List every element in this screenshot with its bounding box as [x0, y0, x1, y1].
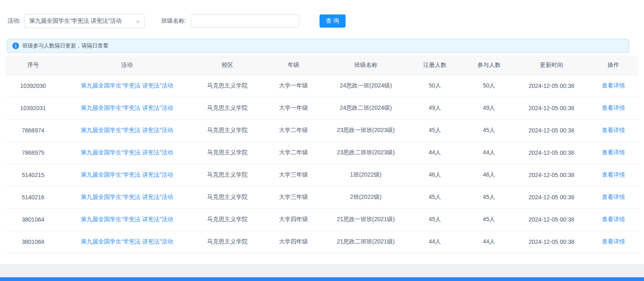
cell-actions: 查看详情 [589, 142, 638, 164]
header-campus: 校区 [193, 56, 261, 75]
cell-serial: 5140216 [6, 186, 60, 208]
cell-campus: 马克思主义学院 [193, 97, 261, 119]
cell-serial: 3801068 [6, 231, 60, 253]
info-alert: i 班级参与人数隔日更新，请隔日查看 [7, 39, 629, 53]
cell-actions: 查看详情 [589, 97, 638, 119]
header-actions: 操作 [589, 56, 638, 75]
cell-grade: 大学二年级 [261, 142, 326, 164]
cell-update-time: 2024-12-05 00:38 [514, 231, 589, 253]
class-name-label: 班级名称: [161, 17, 186, 25]
activity-label: 活动: [7, 17, 21, 25]
cell-registered-count: 45人 [406, 119, 464, 142]
cell-participant-count: 49人 [464, 97, 514, 119]
filter-bar: 活动: 第九届全国学生“学宪法 讲宪法”活动 ∨ 班级名称: 查 询 [0, 0, 644, 28]
cell-participant-count: 44人 [464, 231, 514, 253]
cell-registered-count: 45人 [406, 208, 464, 231]
activity-select-value: 第九届全国学生“学宪法 讲宪法”活动 [29, 17, 122, 25]
cell-registered-count: 45人 [406, 186, 464, 208]
cell-campus: 马克思主义学院 [193, 186, 261, 208]
activity-link[interactable]: 第九届全国学生“学宪法 讲宪法”活动 [81, 194, 173, 200]
activity-link[interactable]: 第九届全国学生“学宪法 讲宪法”活动 [81, 127, 173, 133]
activity-link[interactable]: 第九届全国学生“学宪法 讲宪法”活动 [81, 149, 173, 156]
cell-class-name: 23思政一班班(2023级) [326, 119, 406, 142]
cell-serial: 7868974 [6, 119, 60, 142]
header-grade: 年级 [261, 56, 326, 75]
cell-activity: 第九届全国学生“学宪法 讲宪法”活动 [60, 142, 193, 164]
view-details-link[interactable]: 查看详情 [602, 238, 625, 245]
activity-link[interactable]: 第九届全国学生“学宪法 讲宪法”活动 [81, 238, 173, 245]
cell-class-name: 21思政一班班(2021级) [326, 208, 406, 231]
table-header: 序号 活动 校区 年级 班级名称 注册人数 参与人数 更新时间 操作 [6, 56, 638, 75]
cell-serial: 3801064 [6, 208, 60, 231]
cell-campus: 马克思主义学院 [193, 231, 261, 253]
view-details-link[interactable]: 查看详情 [602, 82, 625, 89]
cell-grade: 大学四年级 [261, 208, 326, 231]
cell-activity: 第九届全国学生“学宪法 讲宪法”活动 [60, 119, 193, 142]
cell-registered-count: 44人 [406, 231, 464, 253]
cell-activity: 第九届全国学生“学宪法 讲宪法”活动 [60, 75, 193, 97]
activity-link[interactable]: 第九届全国学生“学宪法 讲宪法”活动 [81, 82, 173, 89]
cell-class-name: 24思政一班(2024级) [326, 75, 406, 97]
header-serial: 序号 [6, 56, 60, 75]
table-row: 3801064 第九届全国学生“学宪法 讲宪法”活动 马克思主义学院 大学四年级… [6, 208, 638, 231]
view-details-link[interactable]: 查看详情 [602, 149, 625, 156]
cell-campus: 马克思主义学院 [193, 119, 261, 142]
cell-grade: 大学三年级 [261, 164, 326, 186]
search-button[interactable]: 查 询 [320, 14, 346, 28]
cell-serial: 7868975 [6, 142, 60, 164]
cell-activity: 第九届全国学生“学宪法 讲宪法”活动 [60, 164, 193, 186]
cell-update-time: 2024-12-05 00:38 [514, 208, 589, 231]
cell-update-time: 2024-12-05 00:38 [514, 119, 589, 142]
info-alert-text: 班级参与人数隔日更新，请隔日查看 [22, 42, 108, 50]
cell-grade: 大学三年级 [261, 186, 326, 208]
table-row: 3801068 第九届全国学生“学宪法 讲宪法”活动 马克思主义学院 大学四年级… [6, 231, 638, 253]
cell-serial: 10392030 [6, 75, 60, 97]
view-details-link[interactable]: 查看详情 [602, 104, 625, 111]
view-details-link[interactable]: 查看详情 [602, 216, 625, 222]
cell-registered-count: 50人 [406, 75, 464, 97]
cell-actions: 查看详情 [589, 75, 638, 97]
cell-actions: 查看详情 [589, 164, 638, 186]
cell-actions: 查看详情 [589, 231, 638, 253]
header-participant-count: 参与人数 [464, 56, 514, 75]
header-registered-count: 注册人数 [406, 56, 464, 75]
cell-class-name: 2班(2022级) [326, 186, 406, 208]
cell-grade: 大学二年级 [261, 119, 326, 142]
activity-link[interactable]: 第九届全国学生“学宪法 讲宪法”活动 [81, 171, 173, 178]
cell-actions: 查看详情 [589, 186, 638, 208]
cell-participant-count: 45人 [464, 208, 514, 231]
activity-link[interactable]: 第九届全国学生“学宪法 讲宪法”活动 [81, 104, 173, 111]
cell-campus: 马克思主义学院 [193, 75, 261, 97]
cell-class-name: 1班(2022级) [326, 164, 406, 186]
cell-class-name: 24思政二班(2024级) [326, 97, 406, 119]
cell-serial: 5140215 [6, 164, 60, 186]
view-details-link[interactable]: 查看详情 [602, 194, 625, 200]
table-body: 10392030 第九届全国学生“学宪法 讲宪法”活动 马克思主义学院 大学一年… [6, 75, 638, 253]
class-name-input[interactable] [191, 14, 299, 28]
table-row: 10392030 第九届全国学生“学宪法 讲宪法”活动 马克思主义学院 大学一年… [6, 75, 638, 97]
cell-campus: 马克思主义学院 [193, 208, 261, 231]
activity-link[interactable]: 第九届全国学生“学宪法 讲宪法”活动 [81, 216, 173, 222]
chevron-down-icon: ∨ [135, 18, 141, 24]
cell-activity: 第九届全国学生“学宪法 讲宪法”活动 [60, 97, 193, 119]
info-icon: i [12, 43, 19, 49]
header-class-name: 班级名称 [326, 56, 406, 75]
activity-select[interactable]: 第九届全国学生“学宪法 讲宪法”活动 ∨ [24, 14, 145, 28]
cell-class-name: 23思政二班班(2023级) [326, 142, 406, 164]
cell-activity: 第九届全国学生“学宪法 讲宪法”活动 [60, 186, 193, 208]
cell-update-time: 2024-12-05 00:38 [514, 97, 589, 119]
cell-campus: 马克思主义学院 [193, 142, 261, 164]
cell-grade: 大学一年级 [261, 97, 326, 119]
view-details-link[interactable]: 查看详情 [602, 171, 625, 178]
cell-class-name: 21思政二班班(2021级) [326, 231, 406, 253]
footer-blue-bar [0, 277, 644, 281]
cell-participant-count: 44人 [464, 142, 514, 164]
cell-update-time: 2024-12-05 00:38 [514, 164, 589, 186]
cell-participant-count: 50人 [464, 75, 514, 97]
view-details-link[interactable]: 查看详情 [602, 127, 625, 133]
table-row: 10392031 第九届全国学生“学宪法 讲宪法”活动 马克思主义学院 大学一年… [6, 97, 638, 119]
cell-registered-count: 49人 [406, 97, 464, 119]
cell-participant-count: 45人 [464, 186, 514, 208]
cell-update-time: 2024-12-05 00:38 [514, 142, 589, 164]
cell-registered-count: 44人 [406, 142, 464, 164]
